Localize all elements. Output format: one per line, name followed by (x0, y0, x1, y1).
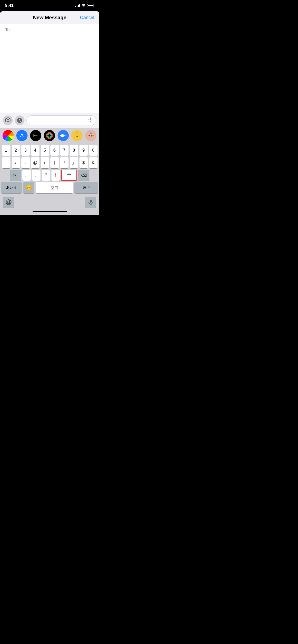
home-indicator (0, 209, 99, 215)
svg-point-15 (74, 133, 79, 138)
globe-button[interactable] (3, 197, 14, 208)
svg-rect-14 (66, 135, 66, 136)
key-minus[interactable]: - (2, 157, 10, 168)
third-row: #+= 。 、 ? ! ^^ ⌫ (1, 170, 98, 181)
key-return[interactable]: 改行 (74, 182, 98, 193)
status-icons (75, 4, 94, 7)
appstore-app-icon[interactable]: A (16, 130, 28, 141)
key-emoji[interactable]: 😊 (23, 182, 34, 193)
mic-bottom-button[interactable] (85, 197, 96, 208)
camera-icon (5, 118, 10, 122)
wifi-icon (82, 4, 86, 7)
svg-rect-13 (64, 135, 65, 136)
symbol-row: - / : @ ( ) 「 」 $ & (1, 157, 98, 168)
imessage-toolbar: A (0, 113, 99, 128)
svg-point-21 (91, 135, 92, 136)
cancel-button[interactable]: Cancel (79, 15, 94, 20)
key-question[interactable]: ? (42, 170, 50, 181)
key-colon[interactable]: : (21, 157, 30, 168)
key-delete[interactable]: ⌫ (78, 170, 89, 181)
voice-input-button[interactable] (88, 117, 93, 124)
key-ampersand[interactable]: & (89, 157, 98, 168)
key-7[interactable]: 7 (60, 145, 69, 156)
key-1[interactable]: 1 (2, 145, 10, 156)
status-time: 9:41 (5, 3, 13, 8)
svg-text:A: A (19, 119, 21, 122)
text-cursor (30, 118, 30, 123)
key-6[interactable]: 6 (50, 145, 59, 156)
key-dollar[interactable]: $ (79, 157, 88, 168)
key-space[interactable]: 空白 (36, 182, 73, 193)
status-bar: 9:41 (0, 0, 99, 11)
key-lparen[interactable]: ( (41, 157, 49, 168)
message-body[interactable] (0, 36, 99, 113)
soundwaves-icon[interactable] (58, 130, 69, 141)
svg-rect-9 (60, 135, 61, 136)
appstore-button[interactable]: A (15, 115, 24, 125)
key-japanese[interactable]: あいう (1, 182, 22, 193)
key-rparen[interactable]: ) (50, 157, 59, 168)
key-8[interactable]: 8 (70, 145, 78, 156)
key-at[interactable]: @ (31, 157, 39, 168)
key-caret[interactable]: ^^ (61, 170, 77, 181)
svg-point-8 (48, 134, 51, 137)
activity-icon[interactable] (44, 130, 55, 141)
svg-rect-2 (90, 118, 91, 120)
key-slash[interactable]: / (12, 157, 20, 168)
svg-point-16 (76, 135, 76, 136)
key-lbracket[interactable]: 「 (60, 157, 69, 168)
svg-point-22 (92, 135, 94, 136)
svg-rect-12 (63, 135, 64, 137)
svg-rect-10 (61, 135, 62, 137)
svg-rect-18 (76, 133, 78, 133)
signal-icon (75, 4, 80, 7)
key-comma[interactable]: 、 (32, 170, 40, 181)
bottom-keyboard-bar (0, 196, 99, 209)
key-rbracket[interactable]: 」 (70, 157, 78, 168)
apple-cash-icon[interactable]: Cash (30, 130, 41, 141)
key-period[interactable]: 。 (22, 170, 31, 181)
to-field[interactable]: To: (0, 24, 99, 36)
svg-text:Cash: Cash (34, 135, 37, 136)
svg-rect-30 (90, 200, 92, 203)
key-number-symbols[interactable]: #+= (10, 170, 21, 181)
key-0[interactable]: 0 (89, 145, 98, 156)
memoji-icon-2[interactable] (85, 130, 96, 141)
svg-point-20 (89, 135, 90, 136)
svg-point-23 (88, 135, 89, 136)
key-9[interactable]: 9 (79, 145, 88, 156)
nav-header: New Message Cancel (0, 11, 99, 24)
key-4[interactable]: 4 (31, 145, 39, 156)
svg-point-17 (78, 135, 78, 136)
key-2[interactable]: 2 (12, 145, 20, 156)
number-row: 1 2 3 4 5 6 7 8 9 0 (1, 145, 98, 156)
bottom-row: あいう 😊 空白 改行 (1, 182, 98, 193)
compose-title: New Message (20, 15, 79, 21)
message-input-wrap[interactable] (26, 115, 96, 125)
keyboard: 1 2 3 4 5 6 7 8 9 0 - / : @ ( ) 「 」 $ & … (0, 143, 99, 196)
svg-rect-24 (90, 133, 92, 134)
memoji-icon-1[interactable] (71, 130, 83, 141)
to-input[interactable] (12, 27, 94, 33)
key-5[interactable]: 5 (41, 145, 49, 156)
home-bar (33, 211, 67, 212)
photos-app-icon[interactable] (3, 130, 14, 141)
svg-rect-11 (62, 134, 63, 137)
camera-button[interactable] (3, 115, 13, 125)
app-strip: A Cash (0, 128, 99, 143)
to-label: To: (5, 27, 11, 33)
appstore-icon: A (17, 118, 22, 123)
battery-icon (87, 4, 94, 7)
key-3[interactable]: 3 (21, 145, 30, 156)
app-container: New Message Cancel To: A (0, 11, 99, 215)
key-exclaim[interactable]: ! (51, 170, 60, 181)
